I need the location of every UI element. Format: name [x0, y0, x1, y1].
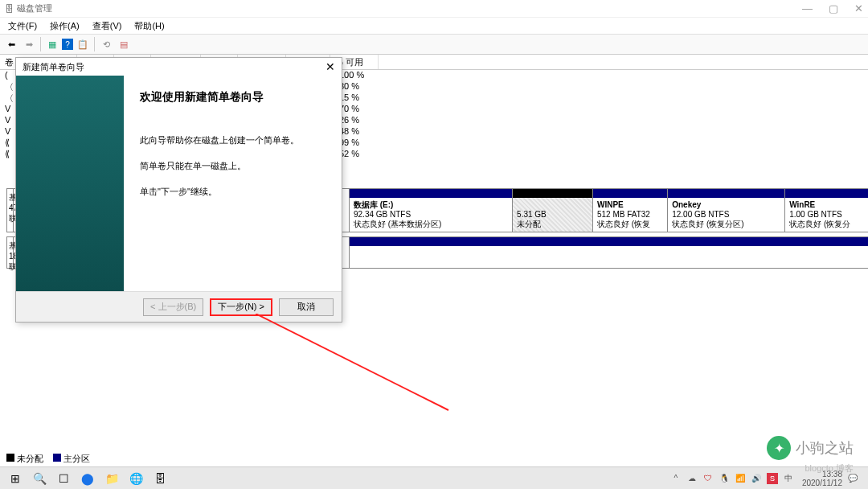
- wizard-text-3: 单击"下一步"继续。: [140, 185, 326, 198]
- edge-icon[interactable]: ⬤: [76, 469, 100, 488]
- watermark-subtext: blogcto 博客: [805, 462, 854, 475]
- tray-up-icon[interactable]: ^: [670, 473, 682, 484]
- partition-winpe[interactable]: WINPE 512 MB FAT32 状态良好 (恢复: [593, 189, 668, 232]
- legend-unalloc-label: 未分配: [17, 454, 43, 463]
- explorer-icon[interactable]: 📁: [100, 469, 124, 488]
- new-simple-volume-wizard: 新建简单卷向导 ✕ 欢迎使用新建简单卷向导 此向导帮助你在磁盘上创建一个简单卷。…: [15, 57, 342, 323]
- partition-onekey[interactable]: Onekey 12.00 GB NTFS 状态良好 (恢复分区): [668, 189, 785, 232]
- wizard-back-button: < 上一步(B): [143, 298, 203, 316]
- diskmgmt-icon[interactable]: 🗄: [148, 469, 172, 488]
- watermark: ✦ 小驹之站: [767, 436, 854, 460]
- menu-bar: 文件(F) 操作(A) 查看(V) 帮助(H): [0, 18, 868, 34]
- grid-icon[interactable]: ▦: [44, 36, 60, 52]
- wizard-sidebar-image: [16, 76, 124, 291]
- tray-security-icon[interactable]: 🛡: [702, 473, 714, 484]
- start-button[interactable]: ⊞: [3, 469, 27, 488]
- wizard-next-button[interactable]: 下一步(N) >: [210, 298, 272, 316]
- search-icon[interactable]: 🔍: [27, 469, 51, 488]
- tray-penguin-icon[interactable]: 🐧: [719, 473, 730, 484]
- chrome-icon[interactable]: 🌐: [124, 469, 148, 488]
- menu-view[interactable]: 查看(V): [88, 18, 127, 34]
- partition-unallocated[interactable]: 5.31 GB 未分配: [513, 189, 593, 232]
- help-icon[interactable]: ?: [62, 39, 73, 50]
- annotation-arrow: [256, 314, 465, 426]
- wechat-icon: ✦: [767, 436, 791, 460]
- menu-file[interactable]: 文件(F): [3, 18, 42, 34]
- disk-label[interactable]: 基47联: [7, 189, 14, 232]
- wizard-text-2: 简单卷只能在单一磁盘上。: [140, 159, 326, 172]
- tray-volume-icon[interactable]: 🔊: [751, 473, 762, 484]
- menu-help[interactable]: 帮助(H): [129, 18, 169, 34]
- tray-input-icon[interactable]: S: [767, 473, 778, 484]
- wizard-cancel-button[interactable]: 取消: [279, 298, 334, 316]
- close-button[interactable]: ✕: [854, 2, 863, 14]
- menu-action[interactable]: 操作(A): [45, 18, 84, 34]
- tools-icon[interactable]: 📋: [75, 36, 91, 52]
- tray-ime-icon[interactable]: 中: [783, 473, 794, 484]
- legend: 未分配 主分区: [6, 453, 90, 465]
- partition-primary[interactable]: [350, 237, 868, 268]
- partition-winre[interactable]: WinRE 1.00 GB NTFS 状态良好 (恢复分: [785, 189, 868, 232]
- partition-database-e[interactable]: 数据库 (E:) 92.34 GB NTFS 状态良好 (基本数据分区): [350, 189, 513, 232]
- watermark-text: 小驹之站: [796, 438, 854, 458]
- wizard-close-button[interactable]: ✕: [326, 60, 335, 73]
- svg-line-0: [256, 314, 448, 410]
- forward-icon[interactable]: ➡: [21, 36, 37, 52]
- wizard-heading: 欢迎使用新建简单卷向导: [140, 90, 326, 105]
- tray-network-icon[interactable]: 📶: [735, 473, 746, 484]
- toolbar: ⬅ ➡ ▦ ? 📋 ⟲ ▤: [0, 34, 868, 55]
- tray-onedrive-icon[interactable]: ☁: [686, 473, 698, 484]
- legend-primary-label: 主分区: [63, 454, 90, 463]
- wizard-text-1: 此向导帮助你在磁盘上创建一个简单卷。: [140, 134, 326, 146]
- maximize-button[interactable]: ▢: [829, 2, 838, 14]
- window-title: 磁盘管理: [17, 2, 52, 14]
- wizard-title-bar: 新建简单卷向导 ✕: [16, 58, 342, 76]
- disk-label[interactable]: 基18联: [7, 237, 14, 268]
- back-icon[interactable]: ⬅: [3, 36, 19, 52]
- minimize-button[interactable]: —: [802, 2, 813, 14]
- app-icon: 🗄: [5, 4, 14, 14]
- refresh-icon[interactable]: ⟲: [98, 36, 114, 52]
- legend-unalloc-icon: [6, 454, 14, 462]
- taskbar: ⊞ 🔍 ☐ ⬤ 📁 🌐 🗄 ^ ☁ 🛡 🐧 📶 🔊 S 中 13:38 2020…: [0, 466, 868, 489]
- wizard-title-text: 新建简单卷向导: [23, 61, 84, 73]
- legend-primary-icon: [53, 454, 61, 462]
- list-icon[interactable]: ▤: [116, 36, 132, 52]
- title-bar: 🗄 磁盘管理 — ▢ ✕: [0, 0, 868, 18]
- task-view-icon[interactable]: ☐: [51, 469, 76, 488]
